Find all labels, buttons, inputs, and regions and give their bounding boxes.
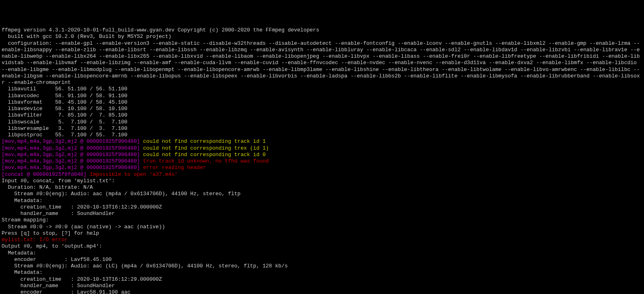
terminal-text: Press [q] to stop, [?] for help bbox=[2, 230, 99, 236]
terminal-text: Impossible to open 'a37.m4s' bbox=[89, 171, 177, 177]
terminal-line: ffmpeg version 4.3.1-2020-10-01-full_bui… bbox=[2, 27, 642, 33]
terminal-text: libavcodec 58. 91.100 / 58. 91.100 bbox=[2, 93, 127, 99]
terminal-text: Metadata: bbox=[2, 198, 42, 204]
terminal-line: Output #0, mp4, to 'output.mp4': bbox=[2, 243, 642, 250]
terminal-line: [mov,mp4,m4a,3gp,3g2,mj2 @ 000001925f906… bbox=[2, 165, 642, 171]
terminal-text: could not find corresponding trex (id 1) bbox=[143, 145, 269, 151]
terminal-line: libavfilter 7. 85.100 / 7. 85.100 bbox=[2, 112, 642, 119]
terminal-line: creation_time : 2020-10-13T16:12:29.0000… bbox=[2, 204, 642, 211]
terminal-line: configuration: --enable-gpl --enable-ver… bbox=[2, 40, 642, 86]
terminal-text: creation_time : 2020-10-13T16:12:29.0000… bbox=[2, 204, 162, 210]
terminal-line: libavdevice 58. 10.100 / 58. 10.100 bbox=[2, 106, 642, 112]
terminal-text: ffmpeg version 4.3.1-2020-10-01-full_bui… bbox=[2, 27, 319, 33]
terminal-text: Metadata: bbox=[2, 250, 36, 256]
terminal-text: error reading header bbox=[143, 165, 206, 171]
terminal-text: libavformat 58. 45.100 / 58. 45.100 bbox=[2, 99, 127, 105]
terminal-text: Duration: N/A, bitrate: N/A bbox=[2, 184, 93, 190]
terminal-line: encoder : Lavf58.45.100 bbox=[2, 256, 642, 263]
terminal-text: Output #0, mp4, to 'output.mp4': bbox=[2, 243, 102, 249]
terminal-text: configuration: --enable-gpl --enable-ver… bbox=[2, 40, 640, 86]
terminal-text: creation_time : 2020-10-13T16:12:29.0000… bbox=[2, 276, 162, 282]
terminal-text: [concat @ 000001925f8fd040] bbox=[2, 171, 89, 177]
terminal-text: [mov,mp4,m4a,3gp,3g2,mj2 @ 000001925f906… bbox=[2, 158, 143, 164]
terminal-line: libavcodec 58. 91.100 / 58. 91.100 bbox=[2, 93, 642, 99]
terminal-text: encoder : Lavc58.91.100 aac bbox=[2, 289, 131, 294]
terminal-line: [concat @ 000001925f8fd040] Impossible t… bbox=[2, 171, 642, 178]
terminal-text: libswresample 3. 7.100 / 3. 7.100 bbox=[2, 125, 127, 131]
terminal-line: Stream #0:0 -> #0:0 (aac (native) -> aac… bbox=[2, 224, 642, 230]
terminal-text: libavfilter 7. 85.100 / 7. 85.100 bbox=[2, 112, 127, 118]
terminal-line: handler_name : SoundHandler bbox=[2, 283, 642, 289]
terminal-line: handler_name : SoundHandler bbox=[2, 211, 642, 217]
terminal-text: Input #0, concat, from 'mylist.txt': bbox=[2, 178, 115, 184]
terminal-text: could not find corresponding track id 0 bbox=[143, 152, 266, 158]
terminal-text: Stream #0:0(eng): Audio: aac (LC) (mp4a … bbox=[2, 263, 288, 269]
terminal-line: Stream mapping: bbox=[2, 217, 642, 223]
terminal-line: [mov,mp4,m4a,3gp,3g2,mj2 @ 000001925f906… bbox=[2, 138, 642, 145]
terminal-line: libavutil 56. 51.100 / 56. 51.100 bbox=[2, 86, 642, 92]
terminal-line: Metadata: bbox=[2, 198, 642, 204]
terminal-line: encoder : Lavc58.91.100 aac bbox=[2, 289, 642, 294]
terminal-text: handler_name : SoundHandler bbox=[2, 211, 115, 217]
terminal-line: Duration: N/A, bitrate: N/A bbox=[2, 184, 642, 191]
terminal-text: Metadata: bbox=[2, 269, 42, 275]
terminal-text: Stream #0:0 -> #0:0 (aac (native) -> aac… bbox=[2, 224, 165, 230]
terminal-line: Metadata: bbox=[2, 250, 642, 256]
terminal-text: built with gcc 10.2.0 (Rev3, Built by MS… bbox=[2, 33, 171, 40]
terminal-line: built with gcc 10.2.0 (Rev3, Built by MS… bbox=[2, 33, 642, 40]
terminal-line: creation_time : 2020-10-13T16:12:29.0000… bbox=[2, 276, 642, 283]
terminal-text: [mov,mp4,m4a,3gp,3g2,mj2 @ 000001925f906… bbox=[2, 165, 143, 171]
terminal-text: [mov,mp4,m4a,3gp,3g2,mj2 @ 000001925f906… bbox=[2, 152, 143, 158]
terminal-line: [mov,mp4,m4a,3gp,3g2,mj2 @ 000001925f906… bbox=[2, 158, 642, 165]
terminal-text: Stream #0:0(eng): Audio: aac (mp4a / 0x6… bbox=[2, 191, 241, 197]
terminal-text: libswscale 5. 7.100 / 5. 7.100 bbox=[2, 119, 127, 125]
terminal-line: libpostproc 55. 7.100 / 55. 7.100 bbox=[2, 132, 642, 138]
terminal-text: libpostproc 55. 7.100 / 55. 7.100 bbox=[2, 132, 127, 138]
terminal-line: [mov,mp4,m4a,3gp,3g2,mj2 @ 000001925f906… bbox=[2, 145, 642, 152]
terminal-text: encoder : Lavf58.45.100 bbox=[2, 256, 112, 263]
terminal-text: libavdevice 58. 10.100 / 58. 10.100 bbox=[2, 106, 127, 112]
terminal-line: mylist.txt: I/O error bbox=[2, 237, 642, 243]
terminal-line: Press [q] to stop, [?] for help bbox=[2, 230, 642, 237]
terminal-text: trun track id unknown, no tfhd was found bbox=[143, 158, 269, 164]
terminal-line: libavformat 58. 45.100 / 58. 45.100 bbox=[2, 99, 642, 106]
terminal-line: Stream #0:0(eng): Audio: aac (LC) (mp4a … bbox=[2, 263, 642, 269]
terminal-line: Stream #0:0(eng): Audio: aac (mp4a / 0x6… bbox=[2, 191, 642, 197]
terminal-text: handler_name : SoundHandler bbox=[2, 283, 115, 289]
terminal-line: Metadata: bbox=[2, 269, 642, 276]
terminal-text: could not find corresponding track id 1 bbox=[143, 138, 266, 144]
terminal-text: libavutil 56. 51.100 / 56. 51.100 bbox=[2, 86, 127, 92]
terminal-line: libswscale 5. 7.100 / 5. 7.100 bbox=[2, 119, 642, 125]
terminal-line: [mov,mp4,m4a,3gp,3g2,mj2 @ 000001925f906… bbox=[2, 152, 642, 158]
terminal-text: [mov,mp4,m4a,3gp,3g2,mj2 @ 000001925f906… bbox=[2, 145, 143, 151]
terminal-line: libswresample 3. 7.100 / 3. 7.100 bbox=[2, 125, 642, 132]
terminal-output: ffmpeg version 4.3.1-2020-10-01-full_bui… bbox=[2, 27, 642, 294]
terminal-text: mylist.txt: I/O error bbox=[2, 237, 68, 243]
terminal-text: [mov,mp4,m4a,3gp,3g2,mj2 @ 000001925f906… bbox=[2, 138, 143, 144]
terminal-line: Input #0, concat, from 'mylist.txt': bbox=[2, 178, 642, 184]
terminal-text: Stream mapping: bbox=[2, 217, 49, 223]
